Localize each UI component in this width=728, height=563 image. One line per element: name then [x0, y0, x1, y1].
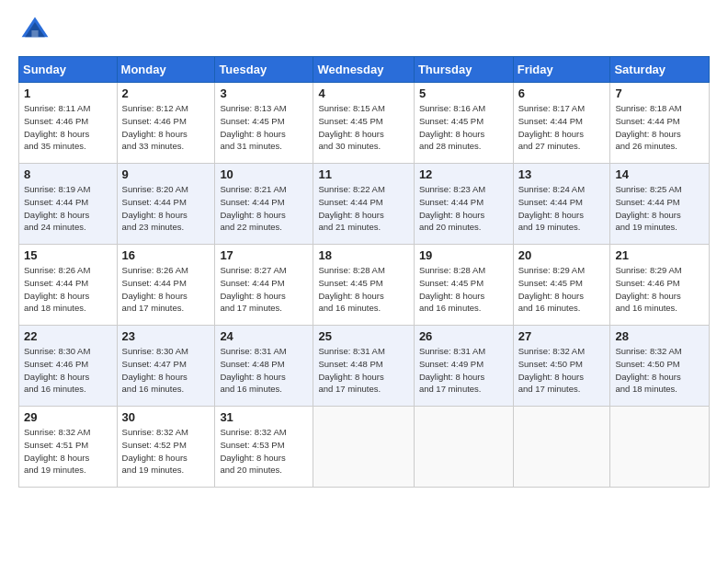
day-number: 31: [220, 410, 308, 424]
calendar-cell: 15Sunrise: 8:26 AMSunset: 4:44 PMDayligh…: [19, 245, 118, 326]
calendar-cell: 29Sunrise: 8:32 AMSunset: 4:51 PMDayligh…: [19, 407, 118, 488]
day-number: 2: [122, 86, 210, 100]
calendar-cell: [610, 407, 710, 488]
calendar-cell: 14Sunrise: 8:25 AMSunset: 4:44 PMDayligh…: [610, 164, 710, 245]
col-header-sunday: Sunday: [19, 57, 118, 83]
calendar-cell: 7Sunrise: 8:18 AMSunset: 4:44 PMDaylight…: [610, 83, 710, 164]
calendar-cell: [414, 407, 513, 488]
day-number: 14: [615, 167, 704, 181]
col-header-tuesday: Tuesday: [215, 57, 313, 83]
calendar-cell: 2Sunrise: 8:12 AMSunset: 4:46 PMDaylight…: [117, 83, 215, 164]
day-number: 22: [24, 329, 112, 343]
day-info: Sunrise: 8:13 AMSunset: 4:45 PMDaylight:…: [220, 102, 308, 153]
day-info: Sunrise: 8:27 AMSunset: 4:44 PMDaylight:…: [220, 264, 308, 315]
day-info: Sunrise: 8:30 AMSunset: 4:46 PMDaylight:…: [24, 345, 112, 396]
day-info: Sunrise: 8:28 AMSunset: 4:45 PMDaylight:…: [419, 264, 508, 315]
day-info: Sunrise: 8:32 AMSunset: 4:53 PMDaylight:…: [220, 426, 308, 477]
calendar-week-row: 29Sunrise: 8:32 AMSunset: 4:51 PMDayligh…: [19, 407, 710, 488]
page: SundayMondayTuesdayWednesdayThursdayFrid…: [0, 0, 728, 563]
day-number: 12: [419, 167, 508, 181]
col-header-friday: Friday: [513, 57, 610, 83]
day-info: Sunrise: 8:19 AMSunset: 4:44 PMDaylight:…: [24, 183, 112, 234]
calendar-cell: 30Sunrise: 8:32 AMSunset: 4:52 PMDayligh…: [117, 407, 215, 488]
day-info: Sunrise: 8:29 AMSunset: 4:46 PMDaylight:…: [615, 264, 704, 315]
calendar-week-row: 22Sunrise: 8:30 AMSunset: 4:46 PMDayligh…: [19, 326, 710, 407]
day-number: 17: [220, 248, 308, 262]
day-info: Sunrise: 8:12 AMSunset: 4:46 PMDaylight:…: [122, 102, 210, 153]
day-number: 19: [419, 248, 508, 262]
calendar-cell: 20Sunrise: 8:29 AMSunset: 4:45 PMDayligh…: [513, 245, 610, 326]
day-number: 27: [518, 329, 606, 343]
day-number: 1: [24, 86, 112, 100]
calendar-cell: 28Sunrise: 8:32 AMSunset: 4:50 PMDayligh…: [610, 326, 710, 407]
calendar-cell: 22Sunrise: 8:30 AMSunset: 4:46 PMDayligh…: [19, 326, 118, 407]
day-number: 28: [615, 329, 704, 343]
day-info: Sunrise: 8:31 AMSunset: 4:48 PMDaylight:…: [318, 345, 408, 396]
calendar-cell: 19Sunrise: 8:28 AMSunset: 4:45 PMDayligh…: [414, 245, 513, 326]
day-number: 24: [220, 329, 308, 343]
calendar-cell: 3Sunrise: 8:13 AMSunset: 4:45 PMDaylight…: [215, 83, 313, 164]
calendar-cell: 23Sunrise: 8:30 AMSunset: 4:47 PMDayligh…: [117, 326, 215, 407]
day-number: 10: [220, 167, 308, 181]
calendar-cell: 27Sunrise: 8:32 AMSunset: 4:50 PMDayligh…: [513, 326, 610, 407]
day-info: Sunrise: 8:26 AMSunset: 4:44 PMDaylight:…: [122, 264, 210, 315]
day-number: 5: [419, 86, 508, 100]
day-number: 21: [615, 248, 704, 262]
calendar-cell: 1Sunrise: 8:11 AMSunset: 4:46 PMDaylight…: [19, 83, 118, 164]
calendar-cell: 26Sunrise: 8:31 AMSunset: 4:49 PMDayligh…: [414, 326, 513, 407]
logo-icon: [18, 14, 51, 47]
col-header-monday: Monday: [117, 57, 215, 83]
day-info: Sunrise: 8:24 AMSunset: 4:44 PMDaylight:…: [518, 183, 606, 234]
calendar-week-row: 15Sunrise: 8:26 AMSunset: 4:44 PMDayligh…: [19, 245, 710, 326]
day-info: Sunrise: 8:32 AMSunset: 4:51 PMDaylight:…: [24, 426, 112, 477]
calendar-week-row: 1Sunrise: 8:11 AMSunset: 4:46 PMDaylight…: [19, 83, 710, 164]
day-info: Sunrise: 8:25 AMSunset: 4:44 PMDaylight:…: [615, 183, 704, 234]
day-info: Sunrise: 8:17 AMSunset: 4:44 PMDaylight:…: [518, 102, 606, 153]
day-number: 20: [518, 248, 606, 262]
day-number: 7: [615, 86, 704, 100]
day-number: 25: [318, 329, 408, 343]
day-info: Sunrise: 8:32 AMSunset: 4:52 PMDaylight:…: [122, 426, 210, 477]
day-number: 13: [518, 167, 606, 181]
col-header-wednesday: Wednesday: [313, 57, 414, 83]
calendar-cell: 8Sunrise: 8:19 AMSunset: 4:44 PMDaylight…: [19, 164, 118, 245]
calendar-table: SundayMondayTuesdayWednesdayThursdayFrid…: [18, 56, 710, 488]
svg-rect-2: [31, 30, 38, 37]
calendar-cell: 12Sunrise: 8:23 AMSunset: 4:44 PMDayligh…: [414, 164, 513, 245]
day-info: Sunrise: 8:15 AMSunset: 4:45 PMDaylight:…: [318, 102, 408, 153]
logo: [18, 14, 57, 47]
calendar-cell: 25Sunrise: 8:31 AMSunset: 4:48 PMDayligh…: [313, 326, 414, 407]
day-number: 4: [318, 86, 408, 100]
calendar-week-row: 8Sunrise: 8:19 AMSunset: 4:44 PMDaylight…: [19, 164, 710, 245]
calendar-cell: 17Sunrise: 8:27 AMSunset: 4:44 PMDayligh…: [215, 245, 313, 326]
calendar-cell: 11Sunrise: 8:22 AMSunset: 4:44 PMDayligh…: [313, 164, 414, 245]
day-info: Sunrise: 8:20 AMSunset: 4:44 PMDaylight:…: [122, 183, 210, 234]
calendar-cell: 24Sunrise: 8:31 AMSunset: 4:48 PMDayligh…: [215, 326, 313, 407]
calendar-cell: 18Sunrise: 8:28 AMSunset: 4:45 PMDayligh…: [313, 245, 414, 326]
day-info: Sunrise: 8:23 AMSunset: 4:44 PMDaylight:…: [419, 183, 508, 234]
calendar-cell: 21Sunrise: 8:29 AMSunset: 4:46 PMDayligh…: [610, 245, 710, 326]
calendar-cell: 4Sunrise: 8:15 AMSunset: 4:45 PMDaylight…: [313, 83, 414, 164]
day-number: 6: [518, 86, 606, 100]
day-number: 9: [122, 167, 210, 181]
day-info: Sunrise: 8:26 AMSunset: 4:44 PMDaylight:…: [24, 264, 112, 315]
col-header-saturday: Saturday: [610, 57, 710, 83]
calendar-cell: 5Sunrise: 8:16 AMSunset: 4:45 PMDaylight…: [414, 83, 513, 164]
header: [18, 14, 710, 47]
day-number: 8: [24, 167, 112, 181]
day-info: Sunrise: 8:18 AMSunset: 4:44 PMDaylight:…: [615, 102, 704, 153]
day-number: 16: [122, 248, 210, 262]
day-info: Sunrise: 8:29 AMSunset: 4:45 PMDaylight:…: [518, 264, 606, 315]
calendar-cell: 16Sunrise: 8:26 AMSunset: 4:44 PMDayligh…: [117, 245, 215, 326]
day-number: 15: [24, 248, 112, 262]
day-info: Sunrise: 8:28 AMSunset: 4:45 PMDaylight:…: [318, 264, 408, 315]
day-number: 26: [419, 329, 508, 343]
day-info: Sunrise: 8:32 AMSunset: 4:50 PMDaylight:…: [615, 345, 704, 396]
calendar-cell: 31Sunrise: 8:32 AMSunset: 4:53 PMDayligh…: [215, 407, 313, 488]
day-info: Sunrise: 8:22 AMSunset: 4:44 PMDaylight:…: [318, 183, 408, 234]
calendar-cell: 10Sunrise: 8:21 AMSunset: 4:44 PMDayligh…: [215, 164, 313, 245]
day-info: Sunrise: 8:30 AMSunset: 4:47 PMDaylight:…: [122, 345, 210, 396]
calendar-cell: [513, 407, 610, 488]
calendar-cell: [313, 407, 414, 488]
calendar-cell: 6Sunrise: 8:17 AMSunset: 4:44 PMDaylight…: [513, 83, 610, 164]
